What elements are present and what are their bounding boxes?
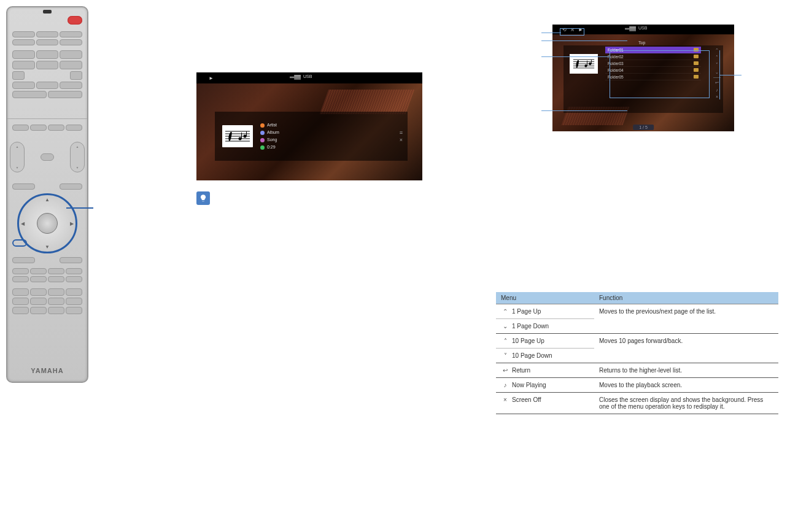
menu-item-icon: ⌃ bbox=[501, 308, 509, 315]
ir-led bbox=[43, 10, 52, 13]
remote-top-section bbox=[7, 7, 87, 119]
panel-op-icons: ≡ × bbox=[400, 129, 403, 144]
function-cell: Returns to the higher-level list. bbox=[594, 363, 778, 378]
menu-item-label: 10 Page Down bbox=[512, 352, 552, 359]
cursor-right-icon: ▶ bbox=[70, 221, 74, 226]
song-icon bbox=[260, 138, 265, 142]
callout-line bbox=[541, 40, 627, 41]
svg-point-14 bbox=[584, 64, 587, 67]
menu-item-label: Now Playing bbox=[512, 382, 546, 388]
volume-rocker[interactable] bbox=[70, 142, 85, 172]
function-cell: Moves to the previous/next page of the l… bbox=[594, 304, 778, 334]
status-icons-callout-box bbox=[560, 28, 584, 36]
playback-screen: ► USB Artist Album Song 0:29 ≡ × bbox=[196, 72, 422, 180]
table-row: ♪Now PlayingMoves to the playback screen… bbox=[496, 378, 778, 393]
function-cell: Moves to the playback screen. bbox=[594, 378, 778, 393]
now-playing-panel: Artist Album Song 0:29 ≡ × bbox=[215, 112, 408, 161]
menu-item-icon: ↩ bbox=[501, 367, 509, 374]
close-icon[interactable]: × bbox=[716, 94, 718, 99]
elapsed-time: 0:29 bbox=[267, 144, 276, 151]
menu-item-icon: ⌄ bbox=[501, 323, 509, 330]
remote-control: ▲ ▼ ◀ ▶ YAMAHA bbox=[6, 6, 88, 383]
menu-cell: ˄10 Page Up bbox=[496, 334, 594, 349]
svg-point-5 bbox=[239, 137, 242, 141]
mute-button[interactable] bbox=[41, 153, 54, 161]
play-status-icon: ► bbox=[209, 75, 214, 81]
table-row: ↩ReturnReturns to the higher-level list. bbox=[496, 363, 778, 378]
return-button-highlight bbox=[12, 239, 27, 247]
time-icon bbox=[260, 145, 265, 150]
return-button[interactable] bbox=[12, 257, 35, 263]
menu-item-label: 1 Page Up bbox=[512, 308, 541, 315]
program-rocker[interactable] bbox=[10, 142, 25, 172]
return-icon[interactable]: ↩ bbox=[715, 80, 719, 85]
music-score-icon bbox=[222, 125, 253, 147]
table-row: ⌃1 Page UpMoves to the previous/next pag… bbox=[496, 304, 778, 319]
menu-item-icon: ˄ bbox=[501, 337, 509, 344]
page-counter: 1 / 5 bbox=[633, 125, 654, 130]
function-cell: Moves 10 pages forward/back. bbox=[594, 334, 778, 363]
table-header-function: Function bbox=[594, 292, 778, 304]
menu-item-label: 1 Page Down bbox=[512, 323, 549, 330]
artist-icon bbox=[260, 123, 265, 128]
menu-cell: ⌄1 Page Down bbox=[496, 319, 594, 334]
menu-item-label: Screen Off bbox=[512, 396, 541, 403]
now-playing-icon[interactable]: ♪ bbox=[716, 88, 718, 92]
cursor-left-icon: ◀ bbox=[21, 221, 25, 226]
page-bottom-icon[interactable]: ⌄ bbox=[715, 70, 719, 75]
song-label: Song bbox=[267, 136, 277, 144]
table-row: ×Screen OffCloses the screen display and… bbox=[496, 393, 778, 414]
menu-cell: ×Screen Off bbox=[496, 393, 594, 414]
page-top-icon[interactable]: ⌃ bbox=[715, 48, 719, 53]
menu-cell: ♪Now Playing bbox=[496, 378, 594, 393]
enter-button[interactable] bbox=[37, 213, 58, 234]
callout-line bbox=[719, 75, 742, 75]
menu-icon[interactable]: ≡ bbox=[400, 129, 403, 136]
svg-point-16 bbox=[589, 63, 591, 65]
brand-logo: YAMAHA bbox=[7, 367, 87, 374]
cursor-up-icon: ▲ bbox=[45, 197, 50, 202]
cursor-callout-line bbox=[66, 207, 93, 209]
menu-item-label: Return bbox=[512, 367, 530, 374]
track-metadata: Artist Album Song 0:29 bbox=[260, 121, 279, 151]
close-icon[interactable]: × bbox=[400, 136, 403, 144]
menu-item-label: 10 Page Up bbox=[512, 337, 544, 344]
list-name: Top bbox=[638, 40, 645, 45]
source-label: USB bbox=[638, 26, 647, 30]
menu-item-icon: ♪ bbox=[501, 382, 509, 388]
operation-menu-table: Menu Function ⌃1 Page UpMoves to the pre… bbox=[496, 292, 778, 414]
scroll-up-icon[interactable]: ˄ bbox=[716, 55, 718, 60]
menu-cell: ⌃1 Page Up bbox=[496, 304, 594, 319]
artist-label: Artist bbox=[267, 121, 277, 129]
album-icon bbox=[260, 131, 265, 135]
tip-icon bbox=[196, 191, 210, 205]
menu-cell: ↩Return bbox=[496, 363, 594, 378]
remote-mid-section: ▲ ▼ ◀ ▶ bbox=[7, 119, 87, 320]
function-cell: Closes the screen display and shows the … bbox=[594, 393, 778, 414]
menu-cell: ˅10 Page Down bbox=[496, 349, 594, 363]
table-header-menu: Menu bbox=[496, 292, 594, 304]
scroll-down-icon[interactable]: ˅ bbox=[716, 63, 718, 67]
callout-line bbox=[541, 56, 609, 57]
menu-item-icon: × bbox=[501, 396, 509, 403]
callout-line bbox=[541, 110, 627, 111]
power-button[interactable] bbox=[68, 16, 82, 25]
svg-point-7 bbox=[244, 135, 247, 138]
source-label: USB bbox=[303, 74, 312, 79]
menu-item-icon: ˅ bbox=[501, 352, 509, 359]
cursor-down-icon: ▼ bbox=[45, 244, 50, 250]
contents-list-callout-box bbox=[610, 50, 710, 98]
callout-line bbox=[541, 33, 561, 33]
album-label: Album bbox=[267, 129, 279, 136]
table-row: ˄10 Page UpMoves 10 pages forward/back. bbox=[496, 334, 778, 349]
